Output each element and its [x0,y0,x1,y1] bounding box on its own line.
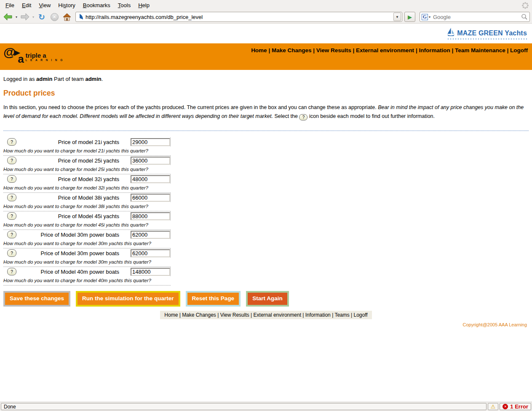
menu-item[interactable]: History [54,1,79,10]
reset-page-button[interactable]: Reset this Page [186,291,241,307]
logo-title: triple a [25,53,64,59]
url-input[interactable] [84,14,393,20]
price-row-group: ? Price of Model 32i yachts How much do … [3,174,171,193]
menu-item-rest: ookmarks [86,2,110,8]
intro-text-1: In this section, you need to choose the … [3,104,378,110]
price-row-group: ? Price of Model 30m power boats How muc… [3,248,171,267]
menu-item-accel: H [138,2,142,8]
site-favicon [78,13,84,20]
triple-a-learning-logo: @ ▸ a triple a L E A R N I N G [3,43,64,70]
back-dropdown-caret[interactable]: ▾ [15,15,18,19]
top-nav-link[interactable]: Home [251,47,272,53]
menu-item[interactable]: Bookmarks [79,1,114,10]
home-button[interactable] [61,11,73,22]
stop-icon: ✕ [51,13,59,21]
footer-nav-link[interactable]: External environment [254,312,305,318]
url-bar[interactable]: ▼ [75,12,402,22]
price-input[interactable] [131,268,170,276]
footer-nav-link[interactable]: Teams [334,312,353,318]
search-engine-dropdown-caret[interactable]: ▾ [428,15,431,19]
footer-nav-link[interactable]: Make Changes [182,312,220,318]
menu-list: File Edit View History Bookmarks Tools H… [2,1,153,10]
run-simulation-button[interactable]: Run the simulation for the quarter [76,291,180,307]
price-row-group: ? Price of model 21i yachts How much do … [3,137,171,156]
price-input[interactable] [131,157,170,165]
help-button[interactable]: ? [7,194,16,201]
url-dropdown-button[interactable]: ▼ [393,13,401,21]
help-button[interactable]: ? [7,231,16,238]
go-button[interactable]: ▶ [404,12,415,22]
search-bar[interactable]: G ▾ [420,12,530,22]
top-nav-link[interactable]: Team Maintenance [455,47,510,53]
price-input[interactable] [131,194,170,202]
login-username: admin [36,76,52,82]
brand-name: MAZE GREEN Yachts [457,29,527,37]
price-label: Price of Model 45i yachts [16,213,131,219]
price-row: ? Price of Model 30m power boats [3,230,171,239]
search-input[interactable] [431,14,521,20]
throbber-icon [524,5,526,6]
price-row: ? Price of Model 32i yachts [3,174,171,184]
error-icon: ✕ [503,404,508,409]
top-nav-link[interactable]: View Results [316,47,356,53]
intro-text-2: Select the [273,113,299,119]
search-icon[interactable] [521,13,528,20]
start-again-button[interactable]: Start Again [246,291,289,307]
menu-item[interactable]: View [35,1,54,10]
forward-button[interactable] [19,11,31,22]
warning-icon: ⚠ [491,404,496,409]
site-header-bar: @ ▸ a triple a L E A R N I N G HomeMake … [0,43,532,70]
section-divider [3,131,529,131]
top-nav-link[interactable]: Logoff [510,47,528,53]
help-button[interactable]: ? [7,249,16,257]
top-nav-link[interactable]: Make Changes [272,47,316,53]
error-indicator[interactable]: ✕ 1 Error [500,403,531,410]
form-actions: Save these changes Run the simulation fo… [3,291,532,307]
menu-item[interactable]: File [2,1,18,10]
help-button[interactable]: ? [7,157,16,164]
status-message: Done [1,403,487,410]
top-nav-link[interactable]: Information [419,47,455,53]
forward-dropdown-caret[interactable]: ▾ [32,15,35,19]
help-button[interactable]: ? [7,212,16,220]
price-input[interactable] [131,249,170,257]
inline-help-icon: ? [299,114,307,120]
menu-item[interactable]: Tools [114,1,134,10]
price-row-group: ? Price of Model 40m power boats How muc… [3,267,171,286]
top-nav-link[interactable]: External environment [356,47,419,53]
price-input[interactable] [131,138,170,146]
price-input[interactable] [131,212,170,220]
price-label: Price of Model 40m power boats [16,269,131,275]
price-row-group: ? Price of model 25i yachts How much do … [3,156,171,174]
menu-item[interactable]: Edit [18,1,35,10]
help-button[interactable]: ? [7,268,16,275]
menu-item-rest: tory [66,2,75,8]
price-input[interactable] [131,175,170,183]
intro-text-3: icon beside each model to find out furth… [307,113,435,119]
footer-nav-link[interactable]: Home [164,312,182,318]
footer-nav-link[interactable]: Logoff [354,312,368,318]
price-question: How much do you want to charge for model… [3,258,171,267]
menu-item[interactable]: Help [134,1,153,10]
error-count-label: 1 Error [510,403,528,410]
price-row: ? Price of model 25i yachts [3,156,171,165]
warning-indicator[interactable]: ⚠ [488,403,499,410]
logo-subtitle: L E A R N I N G [25,59,64,61]
menu-item-rest: dit [26,2,32,8]
save-changes-button[interactable]: Save these changes [3,291,70,307]
reload-icon: ↻ [38,13,45,21]
brand-strip: MAZE GREEN Yachts [0,24,532,43]
price-row: ? Price of Model 38i yachts [3,193,171,202]
help-button[interactable]: ? [7,138,16,146]
reload-button[interactable]: ↻ [36,11,48,22]
footer-nav-link[interactable]: Information [305,312,335,318]
stop-button[interactable]: ✕ [48,11,60,22]
back-button[interactable] [2,11,14,22]
price-question: How much do you want to charge for model… [3,147,171,156]
footer-nav-link[interactable]: View Results [220,312,254,318]
price-label: Price of Model 30m power boats [16,250,131,256]
help-button[interactable]: ? [7,175,16,183]
price-question: How much do you want to charge for model… [3,239,171,248]
price-input[interactable] [131,231,170,239]
google-engine-icon: G [422,14,428,20]
